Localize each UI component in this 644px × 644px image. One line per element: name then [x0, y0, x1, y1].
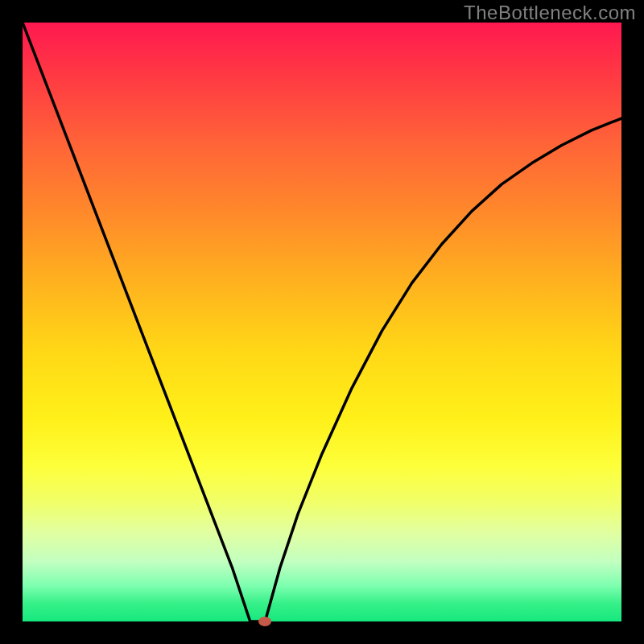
optimal-point-marker: [258, 617, 271, 626]
chart-frame: TheBottleneck.com: [0, 0, 644, 644]
bottleneck-curve: [23, 23, 621, 621]
plot-area: [23, 23, 621, 621]
watermark-text: TheBottleneck.com: [464, 2, 636, 24]
